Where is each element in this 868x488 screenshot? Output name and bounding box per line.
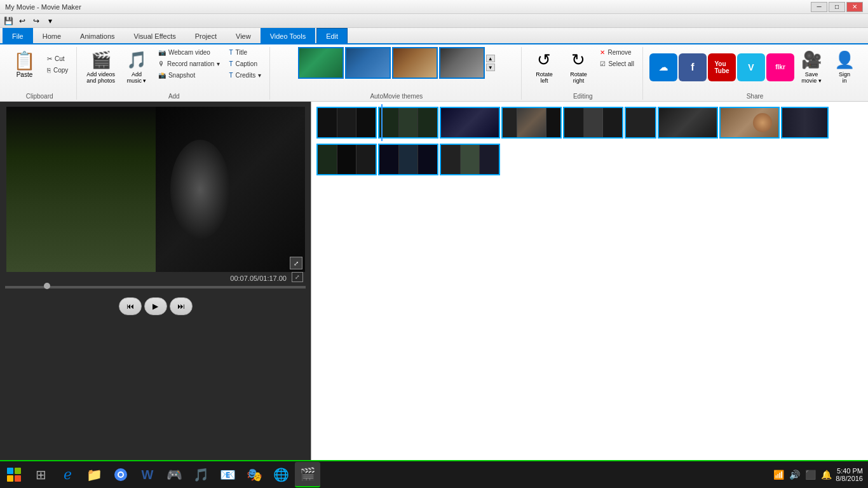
- app-icon-4[interactable]: 🎭: [241, 462, 267, 487]
- add-music-label: Addmusic ▾: [126, 71, 146, 84]
- theme-down-button[interactable]: ▼: [486, 64, 495, 71]
- editing-content: ↺ Rotateleft ↻ Rotateright ✕ Remove ☑ Se…: [528, 47, 637, 92]
- start-button[interactable]: [3, 463, 25, 486]
- add-group: 🎬 Add videosand photos 🎵 Addmusic ▾ 📷 We…: [78, 47, 270, 100]
- chrome-icon[interactable]: [108, 462, 133, 487]
- add-text-stack: 📷 Webcam video 🎙 Record narration ▾ 📸 Sn…: [155, 47, 223, 81]
- title-button[interactable]: T Title: [226, 47, 264, 58]
- clip-5[interactable]: [563, 107, 623, 139]
- tab-video-tools[interactable]: Video Tools: [261, 28, 315, 43]
- clip-7[interactable]: [658, 107, 718, 139]
- minimize-button[interactable]: ─: [811, 2, 827, 12]
- window-title: My Movie - Movie Maker: [5, 3, 81, 11]
- tab-visual-effects[interactable]: Visual Effects: [125, 28, 186, 43]
- next-frame-button[interactable]: ⏭: [170, 297, 193, 315]
- add-content: 🎬 Add videosand photos 🎵 Addmusic ▾ 📷 We…: [83, 47, 264, 92]
- editing-group: ↺ Rotateleft ↻ Rotateright ✕ Remove ☑ Se…: [523, 47, 643, 100]
- network-icon[interactable]: 📶: [772, 468, 785, 481]
- facebook-button[interactable]: f: [679, 53, 707, 81]
- copy-button[interactable]: ⎘ Copy: [44, 65, 71, 76]
- youtube-button[interactable]: YouTube: [708, 53, 736, 81]
- paste-label: Paste: [17, 71, 33, 78]
- tab-project[interactable]: Project: [186, 28, 226, 43]
- edge-icon[interactable]: ℯ: [55, 462, 80, 487]
- theme-3[interactable]: [392, 47, 438, 79]
- credits-button[interactable]: T Credits ▾: [226, 70, 264, 81]
- remove-button[interactable]: ✕ Remove: [597, 47, 637, 58]
- fullscreen-button[interactable]: ⤢: [292, 272, 303, 282]
- scrubber[interactable]: [5, 285, 306, 290]
- app-icon-1[interactable]: 🎮: [161, 462, 187, 487]
- clipboard-content: 📋 Paste ✂ Cut ⎘ Copy: [8, 47, 71, 92]
- rotate-right-button[interactable]: ↻ Rotateright: [562, 47, 594, 87]
- sign-in-button[interactable]: 👤 Signin: [829, 47, 860, 87]
- clip-4[interactable]: [501, 107, 562, 139]
- rotate-right-icon: ↻: [571, 50, 585, 70]
- save-button[interactable]: 💾: [3, 15, 14, 27]
- rotate-left-button[interactable]: ↺ Rotateleft: [528, 47, 560, 87]
- svg-point-2: [119, 473, 123, 477]
- rotate-left-label: Rotateleft: [536, 71, 553, 84]
- paste-button[interactable]: 📋 Paste: [8, 47, 41, 81]
- word-icon[interactable]: W: [135, 462, 160, 487]
- battery-icon: ⬛: [804, 468, 817, 481]
- undo-button[interactable]: ↩: [17, 15, 28, 27]
- cut-icon: ✂: [47, 55, 52, 62]
- vimeo-button[interactable]: V: [737, 53, 765, 81]
- clip-9[interactable]: [781, 107, 829, 139]
- flickr-button[interactable]: flkr: [766, 53, 794, 81]
- task-view-button[interactable]: ⊞: [28, 462, 53, 487]
- notification-icon[interactable]: 🔔: [820, 468, 833, 481]
- start-sq-4: [15, 475, 21, 482]
- tab-home[interactable]: Home: [33, 28, 71, 43]
- app-icon-2[interactable]: 🎵: [188, 462, 214, 487]
- theme-up-button[interactable]: ▲: [486, 55, 495, 62]
- save-movie-button[interactable]: 🎥 Savemovie ▾: [796, 47, 827, 87]
- main-area: ⤢ 00:07.05/01:17.00 ⤢ ⏮ ▶ ⏭: [0, 102, 868, 468]
- maximize-button[interactable]: □: [829, 2, 845, 12]
- taskbar-system-tray: 📶 🔊 ⬛ 🔔 5:40 PM 8/8/2016: [772, 467, 865, 482]
- narration-button[interactable]: 🎙 Record narration ▾: [155, 58, 223, 69]
- title-bar: My Movie - Movie Maker ─ □ ✕: [0, 0, 868, 14]
- redo-button[interactable]: ↪: [31, 15, 42, 27]
- qa-dropdown-button[interactable]: ▾: [44, 15, 56, 27]
- add-videos-button[interactable]: 🎬 Add videosand photos: [83, 47, 118, 87]
- add-videos-icon: 🎬: [91, 50, 111, 70]
- theme-1[interactable]: [298, 47, 344, 79]
- file-explorer-icon[interactable]: 📁: [81, 462, 107, 487]
- movie-maker-taskbar-icon[interactable]: 🎬: [295, 462, 320, 487]
- clip-10[interactable]: [316, 144, 377, 175]
- cut-button[interactable]: ✂ Cut: [44, 53, 71, 64]
- prev-frame-button[interactable]: ⏮: [119, 297, 142, 315]
- start-sq-2: [15, 468, 21, 474]
- preview-expand-button[interactable]: ⤢: [290, 257, 302, 269]
- clip-12[interactable]: [440, 144, 500, 175]
- credits-icon: T: [229, 72, 233, 79]
- sound-icon[interactable]: 🔊: [788, 468, 801, 481]
- play-button[interactable]: ▶: [144, 297, 167, 315]
- clip-6[interactable]: [625, 107, 656, 139]
- app-icon-3[interactable]: 📧: [215, 462, 240, 487]
- onedrive-button[interactable]: ☁: [649, 53, 677, 81]
- select-all-button[interactable]: ☑ Select all: [597, 58, 637, 69]
- add-music-button[interactable]: 🎵 Addmusic ▾: [121, 47, 153, 87]
- clipboard-label: Clipboard: [26, 92, 53, 100]
- tab-edit[interactable]: Edit: [316, 28, 348, 43]
- clip-8[interactable]: [719, 107, 780, 139]
- app-icon-5[interactable]: 🌐: [268, 462, 294, 487]
- clip-3[interactable]: [440, 107, 500, 139]
- caption-button[interactable]: T Caption: [226, 58, 264, 69]
- clip-11[interactable]: [378, 144, 438, 175]
- tab-file[interactable]: File: [3, 28, 33, 43]
- theme-4[interactable]: [439, 47, 485, 79]
- tab-view[interactable]: View: [226, 28, 261, 43]
- close-button[interactable]: ✕: [846, 2, 863, 12]
- webcam-button[interactable]: 📷 Webcam video: [155, 47, 223, 58]
- tab-animations[interactable]: Animations: [71, 28, 124, 43]
- share-content: ☁ f YouTube V flkr 🎥 Savemovie ▾ 👤 Signi…: [649, 47, 860, 92]
- snapshot-button[interactable]: 📸 Snapshot: [155, 70, 223, 81]
- theme-2[interactable]: [345, 47, 391, 79]
- copy-icon: ⎘: [47, 67, 51, 74]
- clip-1[interactable]: [316, 107, 377, 139]
- clip-2[interactable]: [378, 107, 438, 139]
